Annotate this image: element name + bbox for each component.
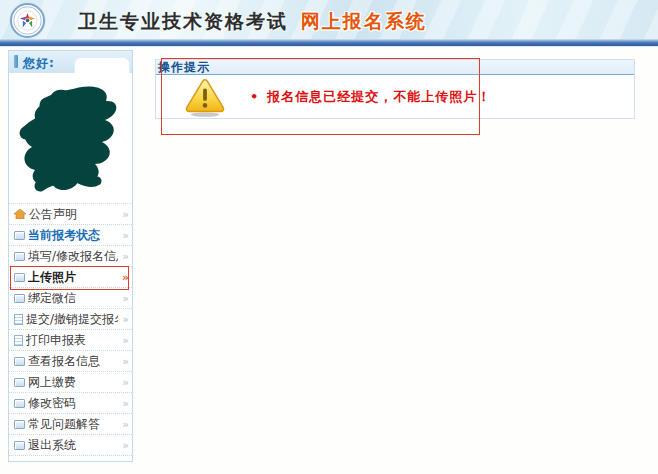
document-icon bbox=[14, 335, 23, 346]
sidebar-item-submit-cancel[interactable]: 提交/撤销提交报名 » bbox=[9, 309, 132, 330]
sidebar-item-announcement[interactable]: 公告声明 » bbox=[9, 204, 132, 225]
sidebar-item-label: 填写/修改报名信息 bbox=[28, 246, 118, 266]
sidebar-item-view-info[interactable]: 查看报名信息 » bbox=[9, 351, 132, 372]
chevron-right-icon: » bbox=[122, 351, 129, 372]
chevron-right-icon: » bbox=[122, 204, 129, 225]
photo-card-icon bbox=[14, 441, 25, 450]
sidebar-item-faq[interactable]: 常见问题解答 » bbox=[9, 414, 132, 435]
chevron-right-icon: » bbox=[122, 330, 129, 351]
sidebar-item-current-status[interactable]: 当前报考状态 » bbox=[9, 225, 132, 246]
app-header: 卫生专业技术资格考试 网上报名系统 bbox=[0, 0, 658, 40]
sidebar-item-label: 绑定微信 bbox=[28, 288, 76, 308]
sidebar-menu: 公告声明 » 当前报考状态 » 填写/修改报名信息 » 上传照片 » 绑定微信 … bbox=[9, 203, 132, 456]
sidebar-item-fill-modify-info[interactable]: 填写/修改报名信息 » bbox=[9, 246, 132, 267]
chevron-right-icon: » bbox=[122, 414, 129, 435]
photo-card-icon bbox=[14, 231, 25, 240]
photo-card-icon bbox=[14, 420, 25, 429]
chevron-right-icon: » bbox=[122, 225, 129, 246]
chevron-right-icon: » bbox=[122, 372, 129, 393]
sidebar-item-print-form[interactable]: 打印申报表 » bbox=[9, 330, 132, 351]
header-divider-bar bbox=[0, 40, 658, 47]
sidebar-item-logout[interactable]: 退出系统 » bbox=[9, 435, 132, 456]
photo-card-icon bbox=[14, 399, 25, 408]
sidebar-item-label: 提交/撤销提交报名 bbox=[26, 309, 118, 329]
document-icon bbox=[14, 314, 23, 325]
sidebar-item-bind-wechat[interactable]: 绑定微信 » bbox=[9, 288, 132, 309]
photo-card-icon bbox=[14, 294, 25, 303]
sidebar-greeting-bar: 您好: bbox=[9, 51, 132, 73]
greeting-accent-bar-icon bbox=[14, 55, 18, 68]
photo-card-icon bbox=[14, 252, 25, 261]
home-icon bbox=[14, 209, 26, 219]
sidebar-item-label: 网上缴费 bbox=[28, 372, 76, 392]
user-info-area bbox=[9, 73, 132, 203]
chevron-right-icon: » bbox=[122, 288, 129, 309]
sidebar-item-label: 公告声明 bbox=[29, 204, 77, 224]
annotation-box-alert bbox=[161, 58, 480, 135]
photo-card-icon bbox=[14, 357, 25, 366]
chevron-right-icon: » bbox=[122, 393, 129, 414]
sidebar-item-label: 退出系统 bbox=[28, 435, 76, 455]
chevron-right-icon: » bbox=[122, 246, 129, 267]
redaction-scribble bbox=[9, 73, 132, 203]
sidebar-item-label: 查看报名信息 bbox=[28, 351, 100, 371]
chevron-right-icon: » bbox=[122, 309, 129, 330]
sidebar-item-label: 修改密码 bbox=[28, 393, 76, 413]
title-main-text: 卫生专业技术资格考试 bbox=[78, 10, 288, 32]
sidebar-item-change-password[interactable]: 修改密码 » bbox=[9, 393, 132, 414]
sidebar-item-online-payment[interactable]: 网上缴费 » bbox=[9, 372, 132, 393]
chevron-right-icon: » bbox=[122, 435, 129, 456]
title-accent-text: 网上报名系统 bbox=[301, 10, 427, 32]
sidebar-item-label: 当前报考状态 bbox=[28, 225, 100, 245]
page-title: 卫生专业技术资格考试 网上报名系统 bbox=[78, 9, 427, 35]
sidebar-item-label: 常见问题解答 bbox=[28, 414, 100, 434]
greeting-tab-shape bbox=[74, 57, 130, 73]
sidebar-item-label: 打印申报表 bbox=[26, 330, 86, 350]
greeting-text: 您好: bbox=[23, 55, 55, 72]
sidebar: 您好: 公告声明 » 当前报考状态 » 填写/修改报名信息 » bbox=[8, 50, 133, 462]
emblem-icon bbox=[10, 3, 45, 38]
annotation-box-upload-photo bbox=[10, 266, 129, 290]
photo-card-icon bbox=[14, 378, 25, 387]
